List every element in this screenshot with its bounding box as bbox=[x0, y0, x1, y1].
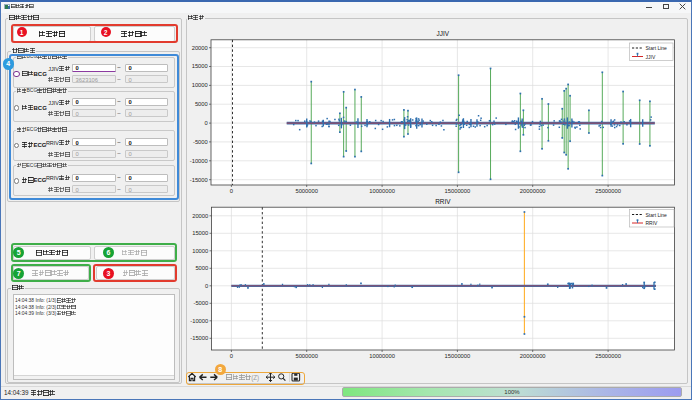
svg-text:0: 0 bbox=[205, 120, 208, 126]
svg-text:Start Line: Start Line bbox=[646, 212, 668, 218]
svg-text:-10000: -10000 bbox=[190, 318, 208, 324]
svg-text:-5000: -5000 bbox=[193, 300, 208, 306]
svg-text:5000000: 5000000 bbox=[295, 188, 318, 194]
svg-text:-5000: -5000 bbox=[193, 139, 208, 145]
svg-text:0: 0 bbox=[230, 353, 233, 359]
svg-text:10000000: 10000000 bbox=[369, 188, 395, 194]
svg-text:-10000: -10000 bbox=[190, 158, 208, 164]
svg-text:20000000: 20000000 bbox=[520, 353, 546, 359]
svg-text:25000000: 25000000 bbox=[595, 188, 621, 194]
svg-text:20000: 20000 bbox=[192, 45, 208, 51]
svg-text:JJIV: JJIV bbox=[646, 54, 656, 60]
svg-text:25000000: 25000000 bbox=[595, 353, 621, 359]
svg-text:0: 0 bbox=[230, 188, 233, 194]
svg-text:-15000: -15000 bbox=[190, 177, 208, 183]
svg-text:20000000: 20000000 bbox=[520, 188, 546, 194]
svg-text:RRIV: RRIV bbox=[646, 220, 659, 226]
svg-text:10000000: 10000000 bbox=[369, 353, 395, 359]
svg-text:15000000: 15000000 bbox=[445, 353, 471, 359]
svg-text:-15000: -15000 bbox=[190, 335, 208, 341]
svg-text:15000: 15000 bbox=[192, 230, 208, 236]
svg-text:15000: 15000 bbox=[192, 63, 208, 69]
svg-text:RRIV: RRIV bbox=[435, 198, 451, 205]
svg-text:5000000: 5000000 bbox=[295, 353, 318, 359]
svg-text:10000: 10000 bbox=[192, 82, 208, 88]
svg-text:20000: 20000 bbox=[192, 213, 208, 219]
svg-text:JJIV: JJIV bbox=[437, 30, 450, 37]
svg-text:15000000: 15000000 bbox=[445, 188, 471, 194]
svg-text:10000: 10000 bbox=[192, 248, 208, 254]
svg-text:5000: 5000 bbox=[195, 101, 208, 107]
svg-text:Start Line: Start Line bbox=[646, 45, 668, 51]
svg-text:5000: 5000 bbox=[195, 265, 208, 271]
svg-text:0: 0 bbox=[205, 283, 208, 289]
